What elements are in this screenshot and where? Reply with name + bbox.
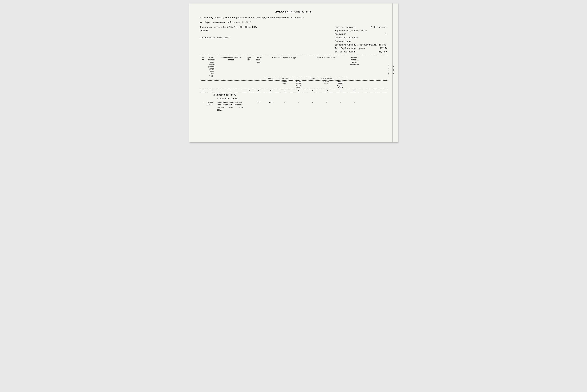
- th-sub3: [217, 78, 245, 80]
- value7: 137,24: [380, 47, 387, 50]
- col-num-4: 4: [245, 90, 254, 92]
- row1-col7: –: [278, 101, 292, 103]
- th-sub5: [254, 78, 264, 80]
- row1-col9: 2: [306, 101, 320, 103]
- th-sub2: [207, 78, 217, 80]
- col-num-1: I: [200, 90, 207, 92]
- table-container: №№пп № укр.сметныхнормединичн.расцен.шиф…: [200, 55, 387, 112]
- value3: –"–: [384, 32, 387, 36]
- side-label: 13-5-1057 7): [387, 65, 390, 81]
- info-right: Сметная стоимость 61,62 тнс.руб. Нормати…: [335, 26, 387, 54]
- row1-col11: –: [334, 101, 348, 103]
- th-ekspl-mashin2: экспл.машинв т.ч.з/пл.: [334, 80, 348, 88]
- th-col9: Общая стоимость руб.: [306, 56, 348, 77]
- page: 13-5-1057 7) - 16 - ЛОКАЛЬНАЯ СМЕТА № I …: [189, 4, 398, 142]
- header-row2: Всего в том числе Всего в том числе: [200, 78, 387, 80]
- info-right-row1: Сметная стоимость 61,62 тнс.руб.: [335, 26, 387, 29]
- th-col12: Нормат.условн.чистаяпродукция: [348, 56, 361, 77]
- label3: продукция: [335, 32, 346, 36]
- info-right-row6: расчетную единицу I автомобиль 1867,27 р…: [335, 43, 387, 47]
- info-section: Основание: чертежи №№ АРI+АР-8; КЖI+КЖI5…: [200, 26, 387, 54]
- th-col2: № укр.сметныхнормединичн.расцен.шифрынор…: [207, 56, 217, 77]
- label8: Iм3 объема здания: [335, 50, 356, 54]
- label5: Стоимость на:: [335, 40, 387, 43]
- info-left-line2: КМI+КМ5: [200, 29, 257, 32]
- label4: Показатели по смете:: [335, 36, 387, 40]
- col-num-5: 5: [254, 90, 264, 92]
- row1-col2: I–II29II6–2: [207, 101, 217, 106]
- th-osnov-zp: основн.з/пл.: [278, 80, 292, 88]
- th-sub1: [200, 78, 207, 80]
- title-section: ЛОКАЛЬНАЯ СМЕТА № I: [200, 10, 387, 13]
- info-right-row8: Iм3 объема здания 21,48 ": [335, 50, 387, 54]
- subtitle-line2: на общестроительные работы при Т=-30°С: [200, 21, 387, 24]
- header-row1: №№пп № укр.сметныхнормединичн.расцен.шиф…: [200, 56, 387, 78]
- th-col3: Наименование работ изатрат: [217, 56, 245, 77]
- col-num-9: 9: [306, 90, 320, 92]
- row1-col5: 6,7: [254, 101, 264, 103]
- subtitle-line1: К типовому проекту механизированной мойк…: [200, 16, 387, 20]
- row1-col6: 0–30: [264, 101, 278, 103]
- info-left-line3: Составлена в ценах 1984г.: [200, 36, 257, 40]
- page-number: - 16 -: [392, 66, 395, 74]
- info-left: Основание: чертежи №№ АРI+АР-8; КЖI+КЖI5…: [200, 26, 257, 54]
- info-right-row3: продукция –"–: [335, 32, 387, 36]
- col-num-2: 2: [207, 90, 217, 92]
- label1: Сметная стоимость: [335, 26, 356, 29]
- header-row3: основн.з/пл. экспл.машинв т.ч.з/пл. осно…: [200, 80, 387, 89]
- th-col5: Кол-воедин.изм.: [254, 56, 264, 77]
- info-right-row7: Iм2 общей площади здания 137,24: [335, 47, 387, 50]
- value6: 1867,27 руб.: [372, 43, 387, 47]
- th-col6: Стоимость единицы в руб.: [264, 56, 306, 77]
- th-sub12: [348, 78, 361, 80]
- section-a-header: А .Подземная часть: [200, 92, 387, 97]
- th-col4: Един.изм.: [245, 56, 254, 77]
- th-osnov-zp2: основн.з/пл.: [320, 80, 334, 88]
- info-left-line1: Основание: чертежи №№ АРI+АР-8; КЖI+КЖI5…: [200, 26, 257, 29]
- th-ekspl-mashin: экспл.машинв т.ч.з/пл.: [292, 80, 306, 88]
- th-col1: №№пп: [200, 56, 207, 77]
- data-row-1: I I–II29II6–2 Планировка площадей ме–хан…: [200, 101, 387, 112]
- value8: 21,48 ": [379, 50, 387, 54]
- row1-col8: –: [292, 101, 306, 103]
- col-num-3: 3: [217, 90, 245, 92]
- section-1-header: I.Земляные работы: [200, 97, 387, 101]
- col-num-10: 10: [320, 90, 334, 92]
- row1-col3: Планировка площадей ме–ханизированным сп…: [217, 101, 245, 112]
- main-title: ЛОКАЛЬНАЯ СМЕТА № I: [200, 10, 387, 13]
- col-num-12: I2: [348, 90, 361, 92]
- label6: расчетную единицу I автомобиль: [335, 43, 372, 47]
- col-num-8: 8: [292, 90, 306, 92]
- col-numbers-row: I 2 3 4 5 6 7 8 9 10 II I2: [200, 89, 387, 92]
- th-sub10: в том числе: [320, 78, 334, 80]
- th-sub6: Всего: [264, 78, 278, 80]
- th-sub11-placeholder: [334, 78, 348, 80]
- value1: 61,62 тнс.руб.: [370, 26, 387, 29]
- th-sub9: Всего: [306, 78, 320, 80]
- th-sub8-placeholder: [292, 78, 306, 80]
- col-num-6: 6: [264, 90, 278, 92]
- col-num-11: II: [334, 90, 348, 92]
- row1-col10: –: [320, 101, 334, 103]
- col-num-7: 7: [278, 90, 292, 92]
- row1-col12: –: [348, 101, 361, 103]
- row1-col1: I: [200, 101, 207, 103]
- label2: Нормативная условно–чистая: [335, 29, 387, 32]
- th-sub4: [245, 78, 254, 80]
- th-sub7: в том числе: [278, 78, 292, 80]
- label7: Iм2 общей площади здания: [335, 47, 365, 50]
